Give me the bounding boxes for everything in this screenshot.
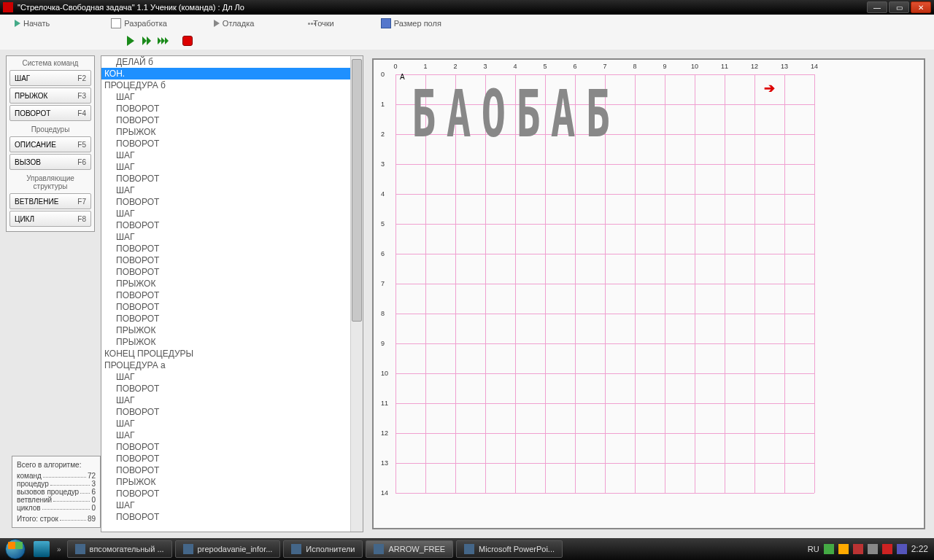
code-line[interactable]: ПОВОРОТ (101, 511, 350, 523)
menu-fieldsize[interactable]: Размер поля (372, 18, 450, 28)
maximize-button[interactable]: ▭ (889, 1, 909, 13)
turn-button[interactable]: ПОВОРОТF4 (9, 105, 91, 121)
tray-antivirus-icon[interactable] (882, 544, 892, 554)
grid-line (395, 74, 814, 75)
axis-x-label: 9 (663, 63, 666, 70)
tray-updates-icon[interactable] (838, 544, 849, 554)
axis-y-label: 14 (381, 489, 388, 497)
taskbar-item[interactable]: Исполнители (283, 540, 363, 558)
stop-button[interactable] (181, 34, 194, 47)
menu-debug[interactable]: Отладка (205, 19, 263, 28)
code-line[interactable]: ПОВОРОТ (101, 464, 350, 476)
menu-start[interactable]: Начать (6, 19, 58, 28)
taskbar-item[interactable]: prepodavanie_infor... (175, 540, 281, 558)
code-line[interactable]: ШАГ (101, 429, 350, 441)
code-line[interactable]: ПРОЦЕДУРА б (101, 79, 350, 91)
origin-point-label: A (400, 73, 405, 81)
code-line[interactable]: ШАГ (101, 231, 350, 243)
fast-forward-button[interactable] (140, 34, 153, 47)
taskbar-item[interactable]: впсомогательный ... (67, 540, 172, 558)
code-line[interactable]: ШАГ (101, 208, 350, 219)
axis-y-label: 8 (381, 310, 385, 317)
code-line[interactable]: ШАГ (101, 161, 350, 173)
language-indicator[interactable]: RU (808, 545, 819, 553)
quick-launch-ie-icon[interactable] (34, 541, 50, 557)
start-icon (15, 20, 20, 27)
system-tray: RU 2:22 (802, 544, 934, 554)
menu-points-label: Точки (313, 19, 333, 28)
code-line[interactable]: ПРЫЖОК (101, 336, 350, 348)
code-line[interactable]: ШАГ (101, 394, 350, 406)
code-line[interactable]: ШАГ (101, 418, 350, 429)
code-line[interactable]: ПОВОРОТ (101, 243, 350, 254)
code-line[interactable]: ПОВОРОТ (101, 138, 350, 149)
close-button[interactable]: ✕ (911, 1, 931, 13)
debug-icon (214, 20, 220, 27)
commands-panel-title: Система команд (9, 59, 91, 67)
fastest-forward-button[interactable] (156, 34, 169, 47)
taskbar-clock[interactable]: 2:22 (911, 544, 928, 554)
main-area: Система команд ШАГF2 ПРЫЖОКF3 ПОВОРОТF4 … (0, 50, 934, 538)
description-button[interactable]: ОПИСАНИЕF5 (9, 136, 91, 152)
scroll-thumb[interactable] (352, 59, 362, 322)
code-line[interactable]: ПОВОРОТ (101, 406, 350, 418)
step-button[interactable]: ШАГF2 (9, 70, 91, 86)
code-line[interactable]: ПОВОРОТ (101, 173, 350, 184)
code-line[interactable]: ПОВОРОТ (101, 103, 350, 114)
code-line[interactable]: ПРЫЖОК (101, 126, 350, 138)
code-line[interactable]: ПОВОРОТ (101, 301, 350, 313)
vertical-scrollbar[interactable] (350, 56, 363, 532)
axis-x-label: 2 (453, 63, 457, 70)
code-line[interactable]: КОН. (101, 68, 350, 79)
tray-shield-icon[interactable] (853, 544, 863, 554)
menu-points[interactable]: Точки (299, 19, 342, 28)
canvas-border: 01234567891011121314 0123456789101112131… (372, 58, 925, 529)
tray-device-icon[interactable] (868, 544, 878, 554)
code-line[interactable]: ПОВОРОТ (101, 219, 350, 231)
axis-y-label: 5 (381, 220, 385, 228)
code-line[interactable]: ПОВОРОТ (101, 114, 350, 126)
branch-button[interactable]: ВЕТВЛЕНИЕF7 (9, 193, 91, 209)
code-line[interactable]: ШАГ (101, 91, 350, 103)
grid-line (395, 284, 814, 284)
code-line[interactable]: ПРЫЖОК (101, 278, 350, 289)
tray-volume-icon[interactable] (897, 544, 907, 554)
code-line[interactable]: ШАГ (101, 499, 350, 511)
code-line[interactable]: ПОВОРОТ (101, 313, 350, 324)
code-line[interactable]: ПРЫЖОК (101, 476, 350, 488)
code-line[interactable]: ПОВОРОТ (101, 254, 350, 266)
code-line[interactable]: ШАГ (101, 184, 350, 196)
window-titlebar: "Стрелочка-Свободная задача" 1.1 Ученик … (0, 0, 934, 15)
code-line[interactable]: ПОВОРОТ (101, 383, 350, 394)
code-line[interactable]: ПОВОРОТ (101, 196, 350, 208)
points-icon (308, 23, 310, 25)
taskbar-item[interactable]: Microsoft PowerPoi... (456, 540, 563, 558)
code-line[interactable]: ПОВОРОТ (101, 453, 350, 464)
code-line[interactable]: ПОВОРОТ (101, 266, 350, 278)
play-button[interactable] (124, 34, 137, 47)
axis-x-label: 0 (393, 63, 397, 70)
axis-y-label: 0 (381, 71, 385, 78)
tray-network-icon[interactable] (824, 544, 834, 554)
code-line[interactable]: ПОВОРОТ (101, 289, 350, 301)
start-button[interactable] (0, 538, 31, 560)
jump-button[interactable]: ПРЫЖОКF3 (9, 88, 91, 104)
code-line[interactable]: КОНЕЦ ПРОЦЕДУРЫ (101, 348, 350, 359)
stat-row: ветвлений0 (17, 496, 96, 504)
stats-footer-label: Итого: строк (17, 515, 58, 523)
code-line[interactable]: ПРОЦЕДУРА а (101, 359, 350, 371)
code-line[interactable]: ПОВОРОТ (101, 441, 350, 453)
taskbar-item[interactable]: ARROW_FREE (366, 540, 453, 558)
call-button[interactable]: ВЫЗОВF6 (9, 154, 91, 170)
grid-line (395, 403, 814, 404)
cycle-button[interactable]: ЦИКЛF8 (9, 211, 91, 227)
code-line[interactable]: ШАГ (101, 149, 350, 161)
code-line[interactable]: ПОВОРОТ (101, 488, 350, 499)
minimize-button[interactable]: — (867, 1, 887, 13)
quick-launch-expand-icon[interactable]: » (53, 545, 66, 553)
code-line[interactable]: ПРЫЖОК (101, 324, 350, 336)
code-line[interactable]: ДЕЛАЙ б (101, 56, 350, 68)
menu-develop[interactable]: Разработка (102, 18, 176, 28)
code-line[interactable]: ШАГ (101, 371, 350, 383)
code-editor[interactable]: ДЕЛАЙ бКОН.ПРОЦЕДУРА бШАГПОВОРОТПОВОРОТП… (101, 55, 363, 532)
